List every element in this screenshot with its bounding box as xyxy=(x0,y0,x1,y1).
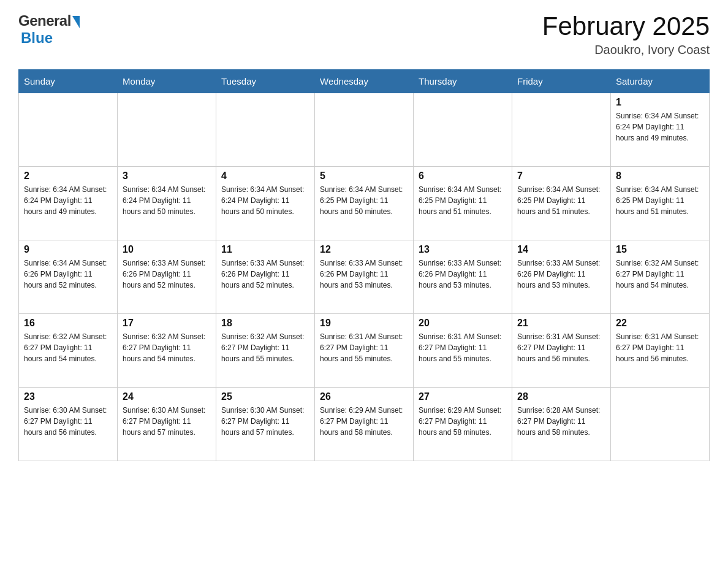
calendar-week-row: 9Sunrise: 6:34 AM Sunset: 6:26 PM Daylig… xyxy=(19,240,710,314)
weekday-header-friday: Friday xyxy=(512,70,611,93)
day-number: 13 xyxy=(419,244,507,255)
day-info: Sunrise: 6:31 AM Sunset: 6:27 PM Dayligh… xyxy=(616,331,704,364)
day-number: 28 xyxy=(517,391,605,402)
day-number: 18 xyxy=(221,318,309,329)
day-number: 3 xyxy=(123,170,211,182)
day-info: Sunrise: 6:29 AM Sunset: 6:27 PM Dayligh… xyxy=(419,405,507,438)
day-info: Sunrise: 6:34 AM Sunset: 6:24 PM Dayligh… xyxy=(123,184,211,217)
calendar-cell xyxy=(414,93,512,167)
day-info: Sunrise: 6:34 AM Sunset: 6:25 PM Dayligh… xyxy=(517,184,605,217)
day-number: 12 xyxy=(320,244,408,255)
weekday-header-tuesday: Tuesday xyxy=(216,70,315,93)
day-number: 6 xyxy=(419,170,507,182)
calendar-week-row: 16Sunrise: 6:32 AM Sunset: 6:27 PM Dayli… xyxy=(19,314,710,388)
day-info: Sunrise: 6:34 AM Sunset: 6:25 PM Dayligh… xyxy=(419,184,507,217)
calendar-cell: 5Sunrise: 6:34 AM Sunset: 6:25 PM Daylig… xyxy=(315,167,414,240)
day-info: Sunrise: 6:32 AM Sunset: 6:27 PM Dayligh… xyxy=(221,331,309,364)
calendar-cell: 9Sunrise: 6:34 AM Sunset: 6:26 PM Daylig… xyxy=(19,240,118,314)
day-number: 16 xyxy=(24,318,112,329)
day-info: Sunrise: 6:34 AM Sunset: 6:25 PM Dayligh… xyxy=(616,184,704,217)
calendar-cell: 7Sunrise: 6:34 AM Sunset: 6:25 PM Daylig… xyxy=(512,167,611,240)
calendar-cell: 28Sunrise: 6:28 AM Sunset: 6:27 PM Dayli… xyxy=(512,388,611,461)
calendar-cell: 24Sunrise: 6:30 AM Sunset: 6:27 PM Dayli… xyxy=(118,388,216,461)
day-info: Sunrise: 6:33 AM Sunset: 6:26 PM Dayligh… xyxy=(419,258,507,291)
calendar-cell: 13Sunrise: 6:33 AM Sunset: 6:26 PM Dayli… xyxy=(414,240,512,314)
calendar-table: SundayMondayTuesdayWednesdayThursdayFrid… xyxy=(18,69,710,461)
logo-arrow-icon xyxy=(72,16,80,28)
calendar-cell: 16Sunrise: 6:32 AM Sunset: 6:27 PM Dayli… xyxy=(19,314,118,388)
day-info: Sunrise: 6:33 AM Sunset: 6:26 PM Dayligh… xyxy=(517,258,605,291)
calendar-cell: 2Sunrise: 6:34 AM Sunset: 6:24 PM Daylig… xyxy=(19,167,118,240)
calendar-cell: 25Sunrise: 6:30 AM Sunset: 6:27 PM Dayli… xyxy=(216,388,315,461)
calendar-cell: 23Sunrise: 6:30 AM Sunset: 6:27 PM Dayli… xyxy=(19,388,118,461)
title-block: February 2025 Daoukro, Ivory Coast xyxy=(542,12,710,57)
calendar-cell xyxy=(512,93,611,167)
calendar-title: February 2025 xyxy=(542,12,710,40)
calendar-cell: 15Sunrise: 6:32 AM Sunset: 6:27 PM Dayli… xyxy=(611,240,710,314)
calendar-cell: 14Sunrise: 6:33 AM Sunset: 6:26 PM Dayli… xyxy=(512,240,611,314)
day-info: Sunrise: 6:30 AM Sunset: 6:27 PM Dayligh… xyxy=(221,405,309,438)
day-info: Sunrise: 6:28 AM Sunset: 6:27 PM Dayligh… xyxy=(517,405,605,438)
calendar-cell xyxy=(118,93,216,167)
day-info: Sunrise: 6:31 AM Sunset: 6:27 PM Dayligh… xyxy=(419,331,507,364)
calendar-cell: 27Sunrise: 6:29 AM Sunset: 6:27 PM Dayli… xyxy=(414,388,512,461)
day-info: Sunrise: 6:34 AM Sunset: 6:24 PM Dayligh… xyxy=(616,110,704,144)
weekday-header-saturday: Saturday xyxy=(611,70,710,93)
day-number: 22 xyxy=(616,318,704,329)
day-info: Sunrise: 6:32 AM Sunset: 6:27 PM Dayligh… xyxy=(24,331,112,364)
calendar-cell: 19Sunrise: 6:31 AM Sunset: 6:27 PM Dayli… xyxy=(315,314,414,388)
calendar-cell: 4Sunrise: 6:34 AM Sunset: 6:24 PM Daylig… xyxy=(216,167,315,240)
calendar-week-row: 23Sunrise: 6:30 AM Sunset: 6:27 PM Dayli… xyxy=(19,388,710,461)
day-number: 2 xyxy=(24,170,112,182)
calendar-cell: 3Sunrise: 6:34 AM Sunset: 6:24 PM Daylig… xyxy=(118,167,216,240)
weekday-header-wednesday: Wednesday xyxy=(315,70,414,93)
calendar-cell: 21Sunrise: 6:31 AM Sunset: 6:27 PM Dayli… xyxy=(512,314,611,388)
day-info: Sunrise: 6:34 AM Sunset: 6:24 PM Dayligh… xyxy=(221,184,309,217)
calendar-cell: 22Sunrise: 6:31 AM Sunset: 6:27 PM Dayli… xyxy=(611,314,710,388)
day-number: 1 xyxy=(616,97,704,108)
day-info: Sunrise: 6:34 AM Sunset: 6:25 PM Dayligh… xyxy=(320,184,408,217)
calendar-cell xyxy=(611,388,710,461)
calendar-cell: 26Sunrise: 6:29 AM Sunset: 6:27 PM Dayli… xyxy=(315,388,414,461)
day-info: Sunrise: 6:33 AM Sunset: 6:26 PM Dayligh… xyxy=(221,258,309,291)
calendar-cell: 12Sunrise: 6:33 AM Sunset: 6:26 PM Dayli… xyxy=(315,240,414,314)
calendar-week-row: 2Sunrise: 6:34 AM Sunset: 6:24 PM Daylig… xyxy=(19,167,710,240)
day-info: Sunrise: 6:32 AM Sunset: 6:27 PM Dayligh… xyxy=(123,331,211,364)
calendar-subtitle: Daoukro, Ivory Coast xyxy=(542,43,710,57)
day-info: Sunrise: 6:34 AM Sunset: 6:26 PM Dayligh… xyxy=(24,258,112,291)
weekday-header-sunday: Sunday xyxy=(19,70,118,93)
calendar-cell xyxy=(216,93,315,167)
day-number: 27 xyxy=(419,391,507,402)
calendar-cell xyxy=(315,93,414,167)
calendar-cell: 1Sunrise: 6:34 AM Sunset: 6:24 PM Daylig… xyxy=(611,93,710,167)
logo-general-text: General xyxy=(18,12,71,29)
day-number: 25 xyxy=(221,391,309,402)
day-number: 11 xyxy=(221,244,309,255)
calendar-cell: 20Sunrise: 6:31 AM Sunset: 6:27 PM Dayli… xyxy=(414,314,512,388)
day-info: Sunrise: 6:30 AM Sunset: 6:27 PM Dayligh… xyxy=(123,405,211,438)
calendar-cell: 18Sunrise: 6:32 AM Sunset: 6:27 PM Dayli… xyxy=(216,314,315,388)
day-number: 7 xyxy=(517,170,605,182)
page-header: General Blue February 2025 Daoukro, Ivor… xyxy=(18,12,710,57)
calendar-cell: 11Sunrise: 6:33 AM Sunset: 6:26 PM Dayli… xyxy=(216,240,315,314)
day-info: Sunrise: 6:29 AM Sunset: 6:27 PM Dayligh… xyxy=(320,405,408,438)
day-number: 17 xyxy=(123,318,211,329)
calendar-cell: 17Sunrise: 6:32 AM Sunset: 6:27 PM Dayli… xyxy=(118,314,216,388)
day-info: Sunrise: 6:33 AM Sunset: 6:26 PM Dayligh… xyxy=(123,258,211,291)
day-number: 4 xyxy=(221,170,309,182)
weekday-header-monday: Monday xyxy=(118,70,216,93)
day-number: 10 xyxy=(123,244,211,255)
day-info: Sunrise: 6:33 AM Sunset: 6:26 PM Dayligh… xyxy=(320,258,408,291)
day-number: 14 xyxy=(517,244,605,255)
day-number: 5 xyxy=(320,170,408,182)
logo-blue-text: Blue xyxy=(21,29,53,46)
day-number: 21 xyxy=(517,318,605,329)
calendar-week-row: 1Sunrise: 6:34 AM Sunset: 6:24 PM Daylig… xyxy=(19,93,710,167)
day-number: 9 xyxy=(24,244,112,255)
calendar-cell xyxy=(19,93,118,167)
day-number: 19 xyxy=(320,318,408,329)
day-number: 23 xyxy=(24,391,112,402)
weekday-header-row: SundayMondayTuesdayWednesdayThursdayFrid… xyxy=(19,70,710,93)
calendar-cell: 8Sunrise: 6:34 AM Sunset: 6:25 PM Daylig… xyxy=(611,167,710,240)
calendar-cell: 10Sunrise: 6:33 AM Sunset: 6:26 PM Dayli… xyxy=(118,240,216,314)
